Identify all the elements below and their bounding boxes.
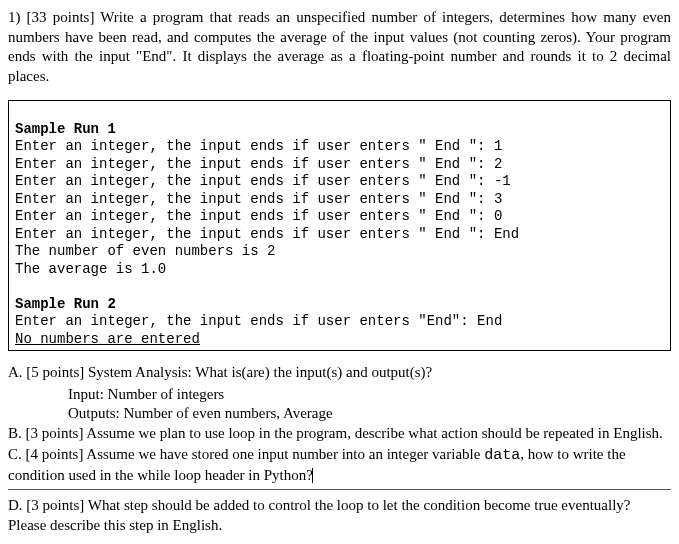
sample-run-1-title: Sample Run 1 bbox=[15, 121, 116, 137]
sample1-line: Enter an integer, the input ends if user… bbox=[15, 191, 502, 207]
code-variable-data: data bbox=[484, 447, 520, 464]
part-c-prompt: C. [4 points] Assume we have stored one … bbox=[8, 445, 671, 485]
part-a-answer-input: Input: Number of integers bbox=[68, 385, 671, 405]
sample2-line: Enter an integer, the input ends if user… bbox=[15, 313, 502, 329]
divider-line bbox=[8, 489, 671, 490]
part-c-text-pre: C. [4 points] Assume we have stored one … bbox=[8, 446, 484, 462]
sample1-line: Enter an integer, the input ends if user… bbox=[15, 156, 502, 172]
sample1-line: Enter an integer, the input ends if user… bbox=[15, 226, 519, 242]
text-cursor bbox=[312, 468, 313, 483]
part-a-answer-outputs: Outputs: Number of even numbers, Average bbox=[68, 404, 671, 424]
part-b-prompt: B. [3 points] Assume we plan to use loop… bbox=[8, 424, 671, 444]
part-a-prompt: A. [5 points] System Analysis: What is(a… bbox=[8, 363, 671, 383]
sample1-line: Enter an integer, the input ends if user… bbox=[15, 138, 502, 154]
question-header: 1) [33 points] Write a program that read… bbox=[8, 8, 671, 86]
sample2-line: No numbers are entered bbox=[15, 331, 200, 347]
sample1-line: The number of even numbers is 2 bbox=[15, 243, 275, 259]
sample-run-2-title: Sample Run 2 bbox=[15, 296, 116, 312]
sample1-line: Enter an integer, the input ends if user… bbox=[15, 208, 502, 224]
sample1-line: Enter an integer, the input ends if user… bbox=[15, 173, 511, 189]
sample1-line: The average is 1.0 bbox=[15, 261, 166, 277]
part-d-prompt: D. [3 points] What step should be added … bbox=[8, 496, 671, 535]
sample-run-box: Sample Run 1 Enter an integer, the input… bbox=[8, 100, 671, 351]
